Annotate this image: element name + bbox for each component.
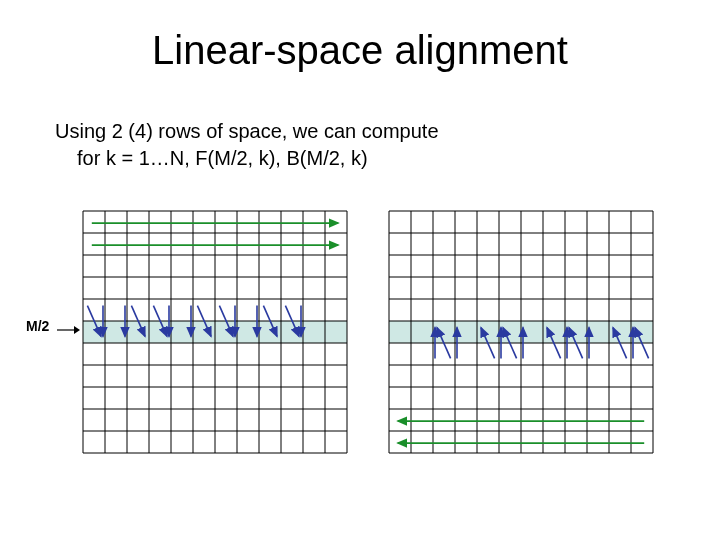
m-over-2-arrow-icon	[56, 325, 80, 335]
backward-dp-grid	[388, 210, 654, 454]
forward-dp-grid	[82, 210, 348, 454]
svg-marker-1	[74, 326, 80, 334]
description-line-2: for k = 1…N, F(M/2, k), B(M/2, k)	[77, 145, 439, 172]
description-line-1: Using 2 (4) rows of space, we can comput…	[55, 118, 439, 145]
description: Using 2 (4) rows of space, we can comput…	[55, 118, 439, 172]
m-over-2-label: M/2	[26, 318, 49, 334]
slide-title: Linear-space alignment	[0, 28, 720, 73]
